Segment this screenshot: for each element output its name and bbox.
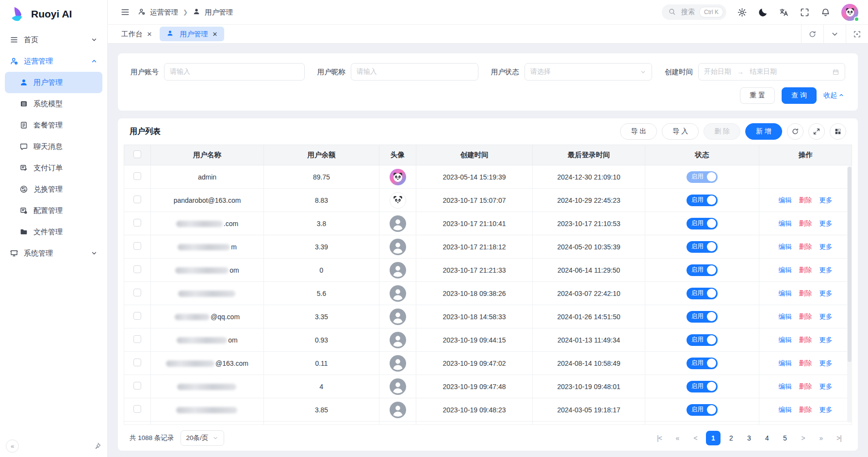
row-checkbox[interactable] — [133, 359, 141, 366]
export-button[interactable]: 导 出 — [620, 123, 657, 140]
page-number-button[interactable]: 2 — [724, 431, 738, 445]
delete-link[interactable]: 删除 — [799, 312, 812, 321]
reset-button[interactable]: 重 置 — [740, 87, 775, 104]
sidebar-collapse-button[interactable]: « — [6, 440, 19, 453]
sidebar-item[interactable]: 套餐管理 — [5, 114, 102, 136]
back-10-pages-button[interactable]: « — [670, 431, 685, 445]
collapse-filters-link[interactable]: 收起 — [823, 91, 845, 100]
status-toggle[interactable]: 启用 — [687, 241, 718, 253]
status-toggle[interactable]: 启用 — [687, 381, 718, 392]
delete-link[interactable]: 删除 — [799, 196, 812, 205]
row-checkbox[interactable] — [133, 335, 141, 343]
add-button[interactable]: 新 增 — [745, 123, 782, 140]
row-checkbox[interactable] — [133, 172, 141, 180]
row-checkbox[interactable] — [133, 196, 141, 203]
first-page-button[interactable]: |< — [652, 431, 667, 445]
sidebar-group-0[interactable]: 首页 — [5, 29, 102, 50]
sidebar-group-2[interactable]: 系统管理 — [5, 243, 102, 264]
edit-link[interactable]: 编辑 — [779, 243, 792, 251]
status-toggle[interactable]: 启用 — [687, 264, 718, 276]
dark-mode-moon-icon[interactable] — [758, 7, 768, 17]
delete-link[interactable]: 删除 — [799, 406, 812, 414]
more-link[interactable]: 更多 — [819, 359, 833, 368]
table-scrollbar[interactable] — [847, 166, 852, 423]
page-number-button[interactable]: 5 — [778, 431, 792, 445]
more-link[interactable]: 更多 — [819, 289, 833, 298]
row-checkbox[interactable] — [133, 382, 141, 390]
scrollbar-thumb[interactable] — [848, 167, 852, 362]
edit-link[interactable]: 编辑 — [779, 219, 792, 228]
close-icon[interactable]: ✕ — [147, 31, 152, 38]
sidebar-item[interactable]: 文件管理 — [5, 221, 102, 243]
language-translate-icon[interactable] — [779, 7, 789, 17]
settings-gear-icon[interactable] — [737, 7, 747, 17]
edit-link[interactable]: 编辑 — [779, 359, 792, 368]
tab-active[interactable]: 用户管理 ✕ — [160, 27, 224, 41]
prev-page-button[interactable]: < — [688, 431, 703, 445]
sidebar-item[interactable]: 聊天消息 — [5, 136, 102, 157]
status-toggle[interactable]: 启用 — [687, 311, 718, 323]
more-link[interactable]: 更多 — [819, 336, 833, 344]
maximize-content-icon[interactable] — [846, 25, 868, 43]
search-button[interactable]: 查 询 — [782, 87, 817, 104]
page-number-button[interactable]: 3 — [742, 431, 756, 445]
status-toggle[interactable]: 启用 — [687, 404, 718, 416]
refresh-table-button[interactable] — [787, 123, 803, 140]
sidebar-group-1[interactable]: 运营管理 — [5, 50, 102, 72]
pin-icon[interactable] — [94, 442, 101, 450]
status-toggle[interactable]: 启用 — [687, 358, 718, 369]
import-button[interactable]: 导 入 — [662, 123, 699, 140]
row-checkbox[interactable] — [133, 242, 141, 250]
status-select[interactable]: 请选择 — [524, 63, 652, 81]
delete-link[interactable]: 删除 — [799, 359, 812, 368]
next-page-button[interactable]: > — [796, 431, 810, 445]
breadcrumb-item[interactable]: 用户管理 — [193, 8, 233, 17]
sidebar-item[interactable]: 系统模型 — [5, 93, 102, 114]
forward-10-pages-button[interactable]: » — [814, 431, 828, 445]
hamburger-menu-icon[interactable] — [120, 7, 130, 17]
delete-button[interactable]: 删 除 — [704, 123, 740, 140]
more-link[interactable]: 更多 — [819, 196, 833, 205]
edit-link[interactable]: 编辑 — [779, 406, 792, 414]
nickname-input[interactable]: 请输入 — [351, 63, 478, 81]
delete-link[interactable]: 删除 — [799, 243, 812, 251]
sidebar-item[interactable]: 用户管理 — [5, 72, 102, 93]
sidebar-item[interactable]: 支付订单 — [5, 157, 102, 179]
delete-link[interactable]: 删除 — [799, 219, 812, 228]
close-icon[interactable]: ✕ — [212, 31, 217, 38]
tab-menu-chevron-icon[interactable] — [823, 25, 846, 43]
status-toggle[interactable]: 启用 — [687, 218, 718, 229]
breadcrumb-item[interactable]: 运营管理 — [138, 8, 178, 17]
more-link[interactable]: 更多 — [819, 312, 833, 321]
sidebar-item[interactable]: 配置管理 — [5, 200, 102, 221]
delete-link[interactable]: 删除 — [799, 289, 812, 298]
edit-link[interactable]: 编辑 — [779, 196, 792, 205]
global-search[interactable]: 搜索 Ctrl K — [662, 4, 726, 20]
row-checkbox[interactable] — [133, 265, 141, 273]
more-link[interactable]: 更多 — [819, 266, 833, 275]
tab-item[interactable]: 工作台 ✕ — [115, 27, 159, 41]
edit-link[interactable]: 编辑 — [779, 266, 792, 275]
user-avatar[interactable] — [841, 4, 858, 21]
page-size-select[interactable]: 20条/页 — [180, 430, 225, 446]
row-checkbox[interactable] — [133, 405, 141, 413]
page-number-button[interactable]: 1 — [706, 431, 721, 445]
more-link[interactable]: 更多 — [819, 382, 833, 391]
account-input[interactable]: 请输入 — [164, 63, 305, 81]
date-range-input[interactable]: 开始日期 → 结束日期 — [698, 63, 845, 81]
sidebar-item[interactable]: 兑换管理 — [5, 179, 102, 200]
delete-link[interactable]: 删除 — [799, 266, 812, 275]
status-toggle[interactable]: 启用 — [687, 171, 718, 183]
expand-table-button[interactable] — [808, 123, 825, 140]
row-checkbox[interactable] — [133, 219, 141, 227]
more-link[interactable]: 更多 — [819, 219, 833, 228]
edit-link[interactable]: 编辑 — [779, 382, 792, 391]
status-toggle[interactable]: 启用 — [687, 195, 718, 206]
edit-link[interactable]: 编辑 — [779, 336, 792, 344]
edit-link[interactable]: 编辑 — [779, 289, 792, 298]
page-number-button[interactable]: 4 — [760, 431, 774, 445]
delete-link[interactable]: 删除 — [799, 382, 812, 391]
row-checkbox[interactable] — [133, 289, 141, 296]
last-page-button[interactable]: >| — [832, 431, 846, 445]
more-link[interactable]: 更多 — [819, 243, 833, 251]
